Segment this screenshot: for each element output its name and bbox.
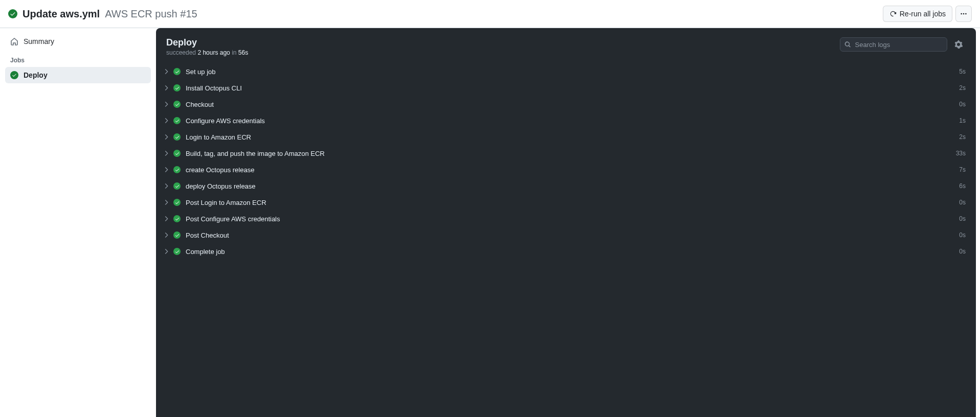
- steps-list: Set up job5sInstall Octopus CLI2sCheckou…: [156, 61, 976, 262]
- job-panel-tools: [840, 37, 966, 52]
- step-status-success-icon: [173, 248, 181, 255]
- step-status-success-icon: [173, 182, 181, 190]
- step-row[interactable]: deploy Octopus release6s: [160, 178, 972, 194]
- sync-icon: [889, 10, 897, 17]
- step-duration: 6s: [959, 182, 966, 190]
- step-name: Login to Amazon ECR: [186, 133, 959, 141]
- sidebar-job-deploy[interactable]: Deploy: [5, 67, 151, 83]
- run-title-group: Update aws.yml AWS ECR push #15: [8, 8, 197, 20]
- chevron-right-icon: [164, 167, 169, 172]
- chevron-right-icon: [164, 151, 169, 156]
- step-name: Install Octopus CLI: [186, 84, 959, 92]
- step-duration: 1s: [959, 117, 966, 124]
- rerun-all-jobs-button[interactable]: Re-run all jobs: [883, 6, 952, 22]
- step-name: deploy Octopus release: [186, 182, 959, 190]
- layout: Summary Jobs Deploy Deploy succeeded 2 h…: [0, 28, 980, 417]
- run-workflow-name: AWS ECR push #15: [105, 8, 197, 20]
- step-status-success-icon: [173, 68, 181, 75]
- step-status-success-icon: [173, 150, 181, 157]
- job-panel-header: Deploy succeeded 2 hours ago in 56s: [156, 28, 976, 61]
- step-status-success-icon: [173, 231, 181, 239]
- sidebar-summary-label: Summary: [24, 37, 54, 45]
- chevron-right-icon: [164, 233, 169, 238]
- step-name: Complete job: [186, 248, 959, 256]
- step-status-success-icon: [173, 199, 181, 206]
- sidebar-summary[interactable]: Summary: [5, 33, 151, 50]
- step-name: Post Configure AWS credentials: [186, 215, 959, 223]
- search-icon: [844, 41, 851, 48]
- log-settings-button[interactable]: [951, 37, 966, 52]
- job-status-success-icon: [10, 71, 18, 79]
- step-duration: 0s: [959, 215, 966, 222]
- step-duration: 0s: [959, 231, 966, 239]
- svg-point-0: [961, 13, 962, 15]
- topbar-actions: Re-run all jobs: [883, 6, 972, 22]
- step-status-success-icon: [173, 133, 181, 141]
- chevron-right-icon: [164, 200, 169, 205]
- gear-icon: [954, 40, 963, 49]
- step-status-success-icon: [173, 101, 181, 108]
- svg-point-2: [965, 13, 967, 15]
- step-name: Configure AWS credentials: [186, 117, 959, 125]
- step-row[interactable]: Post Configure AWS credentials0s: [160, 211, 972, 227]
- step-row[interactable]: Checkout0s: [160, 96, 972, 112]
- svg-point-1: [963, 13, 965, 15]
- step-status-success-icon: [173, 84, 181, 91]
- step-row[interactable]: Login to Amazon ECR2s: [160, 129, 972, 145]
- kebab-horizontal-icon: [960, 10, 967, 18]
- step-duration: 7s: [959, 166, 966, 173]
- step-duration: 2s: [959, 84, 966, 91]
- chevron-right-icon: [164, 85, 169, 90]
- job-log-panel: Deploy succeeded 2 hours ago in 56s: [156, 28, 976, 417]
- step-row[interactable]: Set up job5s: [160, 63, 972, 80]
- step-duration: 33s: [956, 150, 966, 157]
- step-row[interactable]: create Octopus release7s: [160, 161, 972, 178]
- step-name: Set up job: [186, 68, 959, 76]
- sidebar: Summary Jobs Deploy: [0, 28, 156, 417]
- chevron-right-icon: [164, 216, 169, 221]
- step-row[interactable]: Complete job0s: [160, 243, 972, 260]
- search-logs-input[interactable]: [854, 40, 943, 49]
- step-duration: 0s: [959, 248, 966, 255]
- job-subtitle: succeeded 2 hours ago in 56s: [166, 49, 248, 56]
- step-duration: 0s: [959, 199, 966, 206]
- chevron-right-icon: [164, 183, 169, 189]
- home-icon: [10, 37, 18, 45]
- chevron-right-icon: [164, 249, 169, 254]
- step-name: Checkout: [186, 101, 959, 108]
- step-duration: 2s: [959, 133, 966, 141]
- chevron-right-icon: [164, 134, 169, 140]
- step-row[interactable]: Configure AWS credentials1s: [160, 112, 972, 129]
- search-logs-wrapper[interactable]: [840, 37, 947, 52]
- sidebar-jobs-heading: Jobs: [5, 50, 151, 67]
- sidebar-job-label: Deploy: [24, 71, 48, 79]
- job-title: Deploy: [166, 37, 248, 48]
- chevron-right-icon: [164, 69, 169, 74]
- step-row[interactable]: Install Octopus CLI2s: [160, 80, 972, 96]
- chevron-right-icon: [164, 102, 169, 107]
- step-status-success-icon: [173, 215, 181, 222]
- step-name: create Octopus release: [186, 166, 959, 174]
- step-status-success-icon: [173, 166, 181, 173]
- step-name: Post Login to Amazon ECR: [186, 199, 959, 206]
- run-status-success-icon: [8, 9, 17, 18]
- chevron-right-icon: [164, 118, 169, 123]
- step-duration: 0s: [959, 101, 966, 108]
- step-name: Build, tag, and push the image to Amazon…: [186, 150, 956, 157]
- step-row[interactable]: Post Login to Amazon ECR0s: [160, 194, 972, 211]
- run-more-actions-button[interactable]: [955, 6, 972, 22]
- step-status-success-icon: [173, 117, 181, 124]
- run-title: Update aws.yml: [23, 8, 100, 20]
- step-duration: 5s: [959, 68, 966, 75]
- topbar: Update aws.yml AWS ECR push #15 Re-run a…: [0, 0, 980, 28]
- step-name: Post Checkout: [186, 231, 959, 239]
- step-row[interactable]: Post Checkout0s: [160, 227, 972, 243]
- step-row[interactable]: Build, tag, and push the image to Amazon…: [160, 145, 972, 161]
